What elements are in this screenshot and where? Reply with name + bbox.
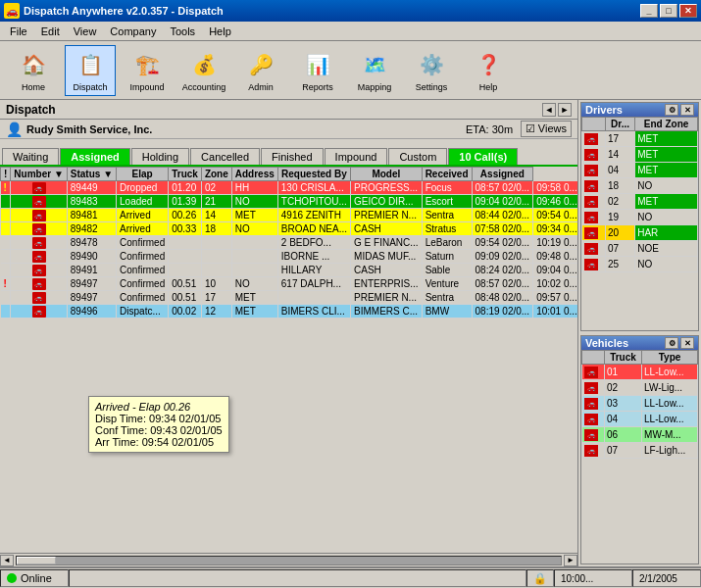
col-assigned[interactable]: Assigned bbox=[472, 168, 533, 181]
online-status: Online bbox=[0, 569, 69, 587]
driver-row[interactable]: 🚗04MET bbox=[582, 163, 698, 178]
col-requested-by[interactable]: Requested By bbox=[277, 168, 350, 181]
col-model[interactable]: Model bbox=[351, 168, 423, 181]
accounting-button[interactable]: 💰 Accounting bbox=[178, 45, 229, 96]
company-row: 👤 Rudy Smith Service, Inc. ETA: 30m ☑ Vi… bbox=[0, 120, 577, 139]
drivers-close-icon[interactable]: ✕ bbox=[680, 104, 694, 116]
menu-tools[interactable]: Tools bbox=[164, 24, 201, 39]
driver-icon-cell: 🚗 bbox=[582, 241, 606, 257]
driver-number: 07 bbox=[605, 241, 634, 257]
col-received[interactable]: Received bbox=[422, 168, 472, 181]
scroll-right-btn[interactable]: ► bbox=[564, 555, 577, 566]
minimize-button[interactable]: _ bbox=[640, 4, 658, 18]
data-table-container[interactable]: ! Number ▼ Status ▼ Elap Truck Zone Addr… bbox=[0, 167, 577, 553]
driver-row[interactable]: 🚗07NOE bbox=[582, 241, 698, 257]
table-row[interactable]: 🚗89481Arrived00.2614MET4916 ZENITHPREMIE… bbox=[1, 209, 578, 222]
tab-custom[interactable]: Custom bbox=[388, 148, 447, 165]
col-zone[interactable]: Zone bbox=[201, 168, 231, 181]
table-row[interactable]: 🚗89490ConfirmedIBORNE ...MIDAS MUF...Sat… bbox=[1, 250, 578, 264]
table-row[interactable]: 🚗89483Loaded01.3921NOTCHOPITOU...GEICO D… bbox=[1, 195, 578, 209]
driver-row[interactable]: 🚗14MET bbox=[582, 147, 698, 163]
views-checkbox-icon: ☑ bbox=[526, 122, 535, 134]
vehicles-table-container[interactable]: Truck Type 🚗01LL-Low...🚗02LW-Lig...🚗03LL… bbox=[581, 350, 698, 564]
vehicles-col-type[interactable]: Type bbox=[642, 351, 698, 365]
table-row[interactable]: 🚗89491ConfirmedHILLARYCASHSable08:24 02/… bbox=[1, 264, 578, 277]
drivers-table-container[interactable]: Dr... End Zone 🚗17MET🚗14MET🚗04MET🚗18NO🚗0… bbox=[581, 117, 698, 330]
driver-row[interactable]: 🚗20HAR bbox=[582, 225, 698, 241]
drivers-panel-header: Drivers ⚙ ✕ bbox=[581, 103, 698, 117]
col-status[interactable]: Status ▼ bbox=[67, 168, 116, 181]
driver-row[interactable]: 🚗17MET bbox=[582, 131, 698, 147]
menu-view[interactable]: View bbox=[68, 24, 103, 39]
table-row[interactable]: !🚗89497Confirmed00.5110NO617 DALPH...ENT… bbox=[1, 277, 578, 291]
menu-edit[interactable]: Edit bbox=[35, 24, 66, 39]
scroll-track[interactable] bbox=[16, 556, 562, 565]
tab-finished[interactable]: Finished bbox=[261, 148, 324, 165]
horizontal-scrollbar[interactable]: ◄ ► bbox=[0, 553, 577, 566]
tab-calls[interactable]: 10 Call(s) bbox=[448, 148, 518, 165]
tab-holding[interactable]: Holding bbox=[131, 148, 189, 165]
tab-waiting[interactable]: Waiting bbox=[2, 148, 59, 165]
home-button[interactable]: 🏠 Home bbox=[8, 45, 59, 96]
table-row[interactable]: 🚗89496Dispatc...00.0212METBIMERS CLI...B… bbox=[1, 305, 578, 318]
impound-button[interactable]: 🏗️ Impound bbox=[122, 45, 173, 96]
vehicle-row[interactable]: 🚗07LF-Ligh... bbox=[582, 443, 698, 459]
driver-truck-icon: 🚗 bbox=[584, 259, 598, 270]
help-button[interactable]: ❓ Help bbox=[463, 45, 514, 96]
col-number[interactable]: Number ▼ bbox=[11, 168, 67, 181]
col-address[interactable]: Address bbox=[231, 168, 277, 181]
views-button[interactable]: ☑ Views bbox=[521, 121, 572, 137]
close-button[interactable]: ✕ bbox=[679, 4, 697, 18]
vehicle-icon-cell: 🚗 bbox=[582, 396, 605, 412]
col-truck[interactable]: Truck bbox=[169, 168, 202, 181]
tooltip-arr-time: Arr Time: 09:54 02/01/05 bbox=[95, 436, 223, 448]
driver-row[interactable]: 🚗02MET bbox=[582, 194, 698, 210]
admin-icon: 🔑 bbox=[245, 49, 276, 80]
table-row[interactable]: 🚗89478Confirmed2 BEDFO...G E FINANC...Le… bbox=[1, 236, 578, 250]
vehicle-row[interactable]: 🚗06MW-M... bbox=[582, 427, 698, 443]
vehicle-row[interactable]: 🚗03LL-Low... bbox=[582, 396, 698, 412]
maximize-button[interactable]: □ bbox=[660, 4, 677, 18]
scroll-thumb[interactable] bbox=[17, 557, 56, 564]
mapping-button[interactable]: 🗺️ Mapping bbox=[349, 45, 400, 96]
driver-row[interactable]: 🚗25NO bbox=[582, 257, 698, 272]
vehicle-number: 07 bbox=[604, 443, 641, 459]
scroll-left-btn[interactable]: ◄ bbox=[0, 555, 14, 566]
vehicle-truck-icon: 🚗 bbox=[584, 429, 598, 441]
vehicle-row[interactable]: 🚗01LL-Low... bbox=[582, 365, 698, 380]
admin-button[interactable]: 🔑 Admin bbox=[235, 45, 286, 96]
reports-button[interactable]: 📊 Reports bbox=[292, 45, 343, 96]
table-row[interactable]: 🚗89482Arrived00.3318NOBROAD NEA...CASHSt… bbox=[1, 222, 578, 236]
tab-cancelled[interactable]: Cancelled bbox=[190, 148, 260, 165]
col-priority: ! bbox=[1, 168, 11, 181]
dispatch-button[interactable]: 📋 Dispatch bbox=[65, 45, 116, 96]
vehicle-row[interactable]: 🚗02LW-Lig... bbox=[582, 380, 698, 396]
menu-bar: File Edit View Company Tools Help bbox=[0, 22, 701, 41]
col-elap[interactable]: Elap bbox=[117, 168, 169, 181]
tab-assigned[interactable]: Assigned bbox=[60, 148, 130, 165]
vehicle-row[interactable]: 🚗04LL-Low... bbox=[582, 412, 698, 427]
drivers-col-zone[interactable]: End Zone bbox=[635, 118, 698, 131]
settings-button[interactable]: ⚙️ Settings bbox=[406, 45, 457, 96]
table-row[interactable]: 🚗89497Confirmed00.5117METPREMIER N...Sen… bbox=[1, 291, 578, 305]
drivers-settings-icon[interactable]: ⚙ bbox=[665, 104, 678, 116]
nav-prev[interactable]: ◄ bbox=[542, 103, 556, 117]
call-type-icon: 🚗 bbox=[11, 209, 67, 222]
drivers-col-num[interactable]: Dr... bbox=[605, 118, 634, 131]
vehicles-col-truck[interactable]: Truck bbox=[604, 351, 641, 365]
menu-file[interactable]: File bbox=[4, 24, 33, 39]
driver-icon-cell: 🚗 bbox=[582, 131, 606, 147]
vehicles-settings-icon[interactable]: ⚙ bbox=[665, 337, 678, 349]
menu-company[interactable]: Company bbox=[104, 24, 162, 39]
driver-row[interactable]: 🚗19NO bbox=[582, 210, 698, 225]
menu-help[interactable]: Help bbox=[203, 24, 237, 39]
vehicles-close-icon[interactable]: ✕ bbox=[680, 337, 694, 349]
driver-truck-icon: 🚗 bbox=[584, 180, 598, 192]
help-icon: ❓ bbox=[473, 49, 504, 80]
driver-zone: MET bbox=[635, 194, 698, 210]
driver-row[interactable]: 🚗18NO bbox=[582, 178, 698, 194]
tab-impound[interactable]: Impound bbox=[325, 148, 388, 165]
call-type-icon: 🚗 bbox=[11, 305, 67, 318]
table-row[interactable]: !🚗89449Dropped01.2002HH130 CRISLA...PROG… bbox=[1, 181, 578, 195]
nav-next[interactable]: ► bbox=[558, 103, 572, 117]
